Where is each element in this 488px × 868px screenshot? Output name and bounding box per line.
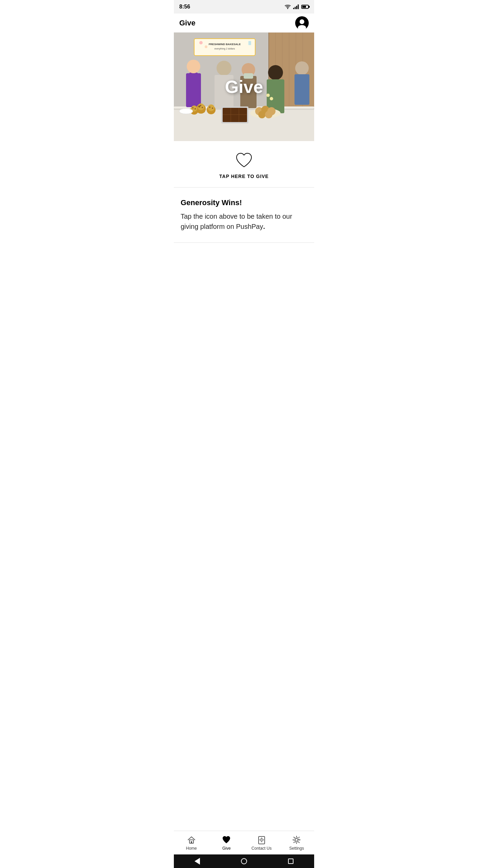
svg-point-36 (295, 61, 309, 75)
svg-rect-4 (298, 4, 299, 9)
divider-2 (174, 242, 314, 243)
svg-point-48 (209, 106, 210, 108)
svg-point-0 (287, 8, 288, 9)
svg-point-45 (200, 105, 201, 106)
status-time: 8:56 (179, 4, 190, 10)
content-section: Generosity Wins! Tap the icon above to b… (174, 188, 314, 242)
svg-point-20 (205, 45, 207, 48)
svg-point-44 (202, 107, 203, 108)
svg-point-32 (268, 65, 283, 80)
svg-point-26 (187, 60, 200, 73)
svg-point-34 (266, 94, 270, 97)
svg-rect-37 (294, 74, 309, 105)
svg-rect-2 (295, 7, 296, 9)
svg-rect-16 (194, 39, 255, 56)
tap-to-give-button[interactable] (235, 152, 253, 170)
svg-point-53 (195, 108, 196, 110)
hero-image: FRESHWIND BAKESALE everything 2 dollars … (174, 33, 314, 141)
svg-rect-21 (248, 41, 251, 45)
battery-icon (301, 5, 309, 9)
tap-to-give-label: TAP HERE TO GIVE (219, 174, 269, 179)
svg-text:everything 2 dollars: everything 2 dollars (215, 47, 235, 50)
hero-overlay-text: Give (225, 77, 263, 97)
page-content: FRESHWIND BAKESALE everything 2 dollars … (174, 33, 314, 283)
svg-point-6 (300, 19, 304, 24)
svg-point-28 (217, 61, 231, 76)
svg-point-43 (198, 105, 200, 107)
svg-rect-1 (293, 8, 294, 9)
content-body: Tap the icon above to be taken to our gi… (181, 211, 307, 232)
svg-point-63 (258, 111, 266, 118)
page-title: Give (179, 19, 196, 27)
svg-point-47 (208, 104, 215, 111)
svg-text:FRESHWIND BAKESALE: FRESHWIND BAKESALE (209, 43, 241, 46)
give-section: TAP HERE TO GIVE (174, 141, 314, 187)
svg-rect-27 (186, 73, 201, 107)
profile-avatar[interactable] (295, 16, 309, 30)
svg-point-52 (192, 107, 194, 108)
svg-point-65 (179, 108, 193, 114)
svg-rect-3 (296, 6, 297, 9)
content-title: Generosity Wins! (181, 198, 307, 207)
signal-icon (293, 4, 299, 9)
svg-point-49 (212, 107, 213, 109)
status-icons (284, 4, 309, 9)
wifi-icon (284, 4, 291, 9)
svg-point-64 (265, 111, 272, 118)
svg-rect-55 (223, 108, 247, 122)
status-bar: 8:56 (174, 0, 314, 14)
app-header: Give (174, 14, 314, 33)
svg-point-35 (270, 97, 273, 100)
svg-point-19 (199, 41, 203, 44)
